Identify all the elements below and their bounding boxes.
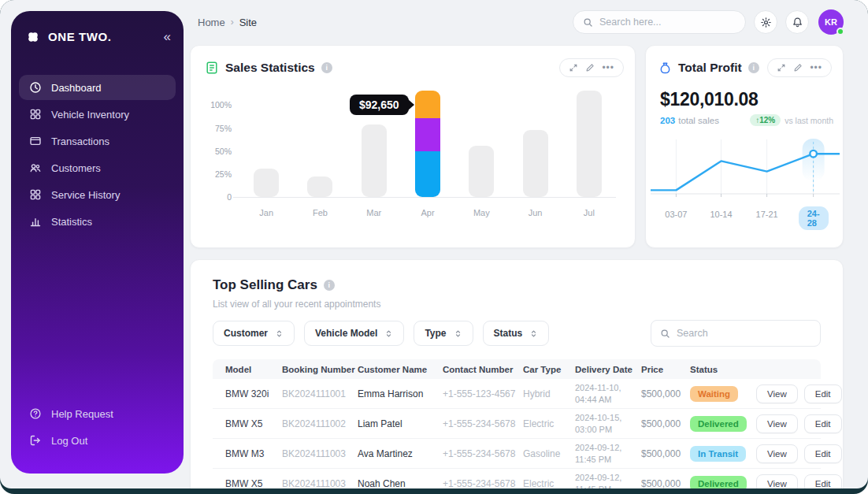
cell-model: BMW X5 bbox=[213, 418, 282, 429]
bar-jan[interactable] bbox=[239, 87, 293, 197]
cell-customer: Emma Harrison bbox=[358, 388, 443, 399]
view-button[interactable]: View bbox=[756, 444, 798, 463]
change-label: vs last month bbox=[785, 116, 833, 125]
edit-pencil-icon[interactable] bbox=[585, 63, 595, 72]
x-axis-label: Jan bbox=[239, 208, 293, 217]
search-icon bbox=[660, 329, 670, 339]
cell-contact: +1-555-234-5678 bbox=[443, 418, 523, 429]
edit-button[interactable]: Edit bbox=[804, 474, 842, 489]
cell-customer: Liam Patel bbox=[358, 418, 443, 429]
sidebar-item-dashboard[interactable]: Dashboard bbox=[19, 75, 176, 100]
edit-button[interactable]: Edit bbox=[804, 414, 842, 433]
notifications-button[interactable] bbox=[785, 10, 809, 34]
sidebar-collapse-button[interactable]: « bbox=[164, 30, 171, 43]
bar-feb[interactable] bbox=[293, 87, 347, 197]
bar-may[interactable] bbox=[454, 87, 508, 197]
sidebar-footer-nav: Help RequestLog Out bbox=[11, 401, 184, 474]
view-button[interactable]: View bbox=[756, 414, 798, 433]
cell-customer: Noah Chen bbox=[358, 478, 443, 489]
sidebar-item-transactions[interactable]: Transactions bbox=[19, 128, 176, 154]
line-x-label: 03-07 bbox=[665, 210, 687, 219]
sidebar-item-statistics[interactable]: Statistics bbox=[19, 209, 176, 234]
expand-icon[interactable] bbox=[569, 63, 578, 72]
cell-price: $500,000 bbox=[641, 388, 690, 399]
sidebar-item-label: Transactions bbox=[51, 136, 109, 147]
cell-delivery-date: 2024-09-12,11:45 PM bbox=[575, 442, 641, 465]
expand-icon[interactable] bbox=[777, 63, 786, 72]
y-axis-tick-label: 100% bbox=[205, 100, 232, 110]
x-axis-label: Apr bbox=[401, 208, 454, 217]
filter-vehicle-model[interactable]: Vehicle Model bbox=[304, 321, 404, 346]
window-frame: ONE TWO. « DashboardVehicle InventoryTra… bbox=[0, 0, 868, 494]
global-search-input[interactable] bbox=[599, 17, 736, 28]
online-status-dot bbox=[836, 28, 844, 35]
cell-model: BMW M3 bbox=[213, 448, 282, 459]
filter-type[interactable]: Type bbox=[414, 321, 473, 346]
cell-car-type: Hybrid bbox=[523, 388, 575, 399]
status-badge: Waiting bbox=[690, 386, 738, 402]
cell-car-type: Gasoline bbox=[523, 448, 575, 459]
y-axis-tick-label: 25% bbox=[205, 169, 232, 179]
brand-name: ONE TWO. bbox=[48, 30, 112, 43]
filter-row: CustomerVehicle ModelTypeStatus bbox=[213, 320, 821, 347]
filter-status[interactable]: Status bbox=[483, 321, 550, 346]
breadcrumb: Home › Site bbox=[198, 17, 257, 28]
more-icon[interactable]: ••• bbox=[810, 65, 822, 70]
change-badge: ↑12% bbox=[750, 114, 781, 126]
sidebar-item-log-out[interactable]: Log Out bbox=[19, 428, 176, 453]
bar-tooltip: $92,650 bbox=[350, 95, 409, 115]
column-header-car-type: Car Type bbox=[523, 365, 575, 374]
more-icon[interactable]: ••• bbox=[602, 65, 614, 70]
line-chart-svg bbox=[651, 137, 840, 199]
cell-model: BMW X5 bbox=[213, 478, 282, 489]
cell-booking: BK2024111001 bbox=[282, 388, 358, 399]
sidebar-item-service-history[interactable]: Service History bbox=[19, 182, 176, 207]
cell-delivery-date: 2024-09-12,11:45 PM bbox=[575, 472, 641, 488]
view-button[interactable]: View bbox=[756, 474, 798, 489]
table-row: BMW M3BK2024111003Ava Martinez+1-555-234… bbox=[213, 439, 821, 469]
money-bag-icon bbox=[658, 61, 672, 75]
edit-button[interactable]: Edit bbox=[804, 384, 842, 403]
sales-statistics-card: Sales Statistics i ••• bbox=[190, 45, 636, 248]
edit-pencil-icon[interactable] bbox=[793, 63, 803, 72]
total-sales-count: 203 bbox=[660, 116, 675, 125]
global-search[interactable] bbox=[573, 10, 746, 34]
main-area: Home › Site KR bbox=[190, 0, 868, 488]
total-profit-amount: $120,010.08 bbox=[646, 89, 843, 110]
avatar[interactable]: KR bbox=[818, 9, 844, 35]
total-profit-card: Total Profit i ••• $120,010.08 bbox=[645, 45, 844, 248]
edit-button[interactable]: Edit bbox=[804, 444, 842, 463]
y-axis-tick-label: 0 bbox=[205, 192, 232, 202]
column-header-price: Price bbox=[641, 365, 690, 374]
table-search-input[interactable] bbox=[677, 328, 811, 339]
x-axis-label: Jun bbox=[508, 208, 562, 217]
bar-jul[interactable] bbox=[562, 87, 616, 197]
info-icon: i bbox=[324, 280, 335, 291]
status-badge: In Transit bbox=[690, 446, 746, 462]
sidebar-item-customers[interactable]: Customers bbox=[19, 155, 176, 180]
x-axis-label: May bbox=[454, 208, 508, 217]
cell-price: $500,000 bbox=[641, 418, 690, 429]
sort-icon bbox=[454, 329, 462, 338]
bar-jun[interactable] bbox=[508, 87, 562, 197]
info-icon: i bbox=[748, 62, 759, 73]
profit-line-chart bbox=[646, 137, 843, 202]
column-header-model: Model bbox=[213, 365, 282, 374]
app-canvas: ONE TWO. « DashboardVehicle InventoryTra… bbox=[0, 0, 868, 488]
breadcrumb-current: Site bbox=[239, 17, 257, 28]
breadcrumb-home[interactable]: Home bbox=[198, 17, 225, 28]
info-icon: i bbox=[321, 62, 332, 73]
view-button[interactable]: View bbox=[756, 384, 798, 403]
x-axis-line bbox=[233, 197, 616, 198]
sidebar-item-vehicle-inventory[interactable]: Vehicle Inventory bbox=[19, 102, 176, 127]
cell-car-type: Electric bbox=[523, 478, 575, 489]
cell-contact: +1-555-234-5678 bbox=[443, 478, 523, 489]
filter-label: Customer bbox=[224, 328, 268, 339]
settings-button[interactable] bbox=[754, 10, 777, 34]
sidebar-item-help-request[interactable]: Help Request bbox=[19, 401, 176, 426]
help-icon bbox=[29, 407, 42, 420]
cell-price: $500,000 bbox=[641, 478, 690, 489]
active-range-pill[interactable]: 24-28 bbox=[799, 206, 829, 230]
table-search[interactable] bbox=[651, 320, 821, 347]
filter-customer[interactable]: Customer bbox=[213, 321, 295, 346]
